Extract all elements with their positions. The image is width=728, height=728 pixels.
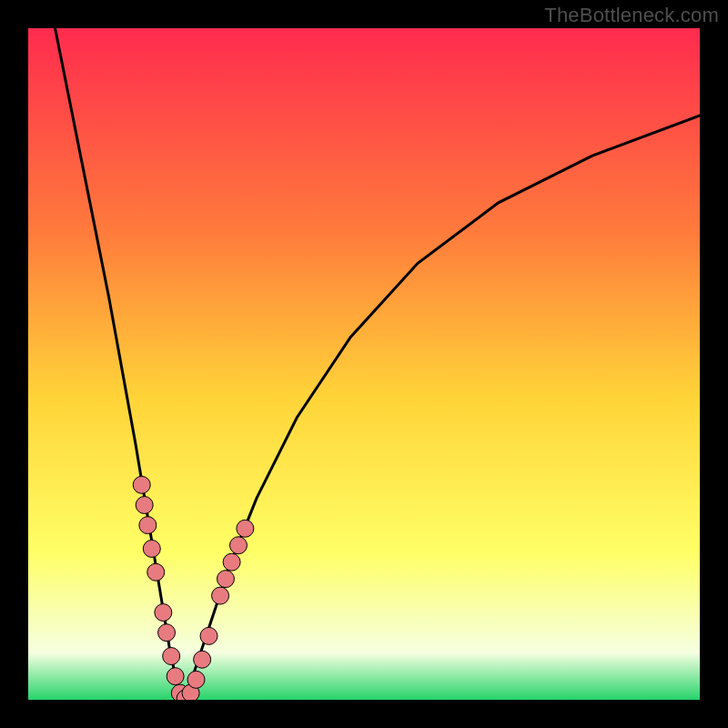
data-point-marker (158, 624, 176, 642)
data-point-marker (167, 668, 184, 685)
data-point-marker (217, 571, 234, 588)
gradient-background (28, 28, 700, 700)
data-point-marker (187, 671, 205, 688)
data-point-marker (229, 537, 247, 554)
data-point-marker (147, 563, 165, 581)
data-point-marker (139, 517, 157, 534)
data-point-marker (143, 540, 160, 557)
data-point-marker (163, 648, 180, 665)
data-point-marker (136, 496, 153, 513)
chart-stage: TheBottleneck.com (0, 0, 728, 728)
data-point-marker (237, 520, 254, 537)
data-point-marker (194, 651, 211, 668)
plot-area (28, 28, 700, 700)
data-point-marker (155, 604, 172, 622)
chart-svg (28, 28, 700, 700)
data-point-marker (212, 587, 229, 604)
data-point-marker (133, 476, 150, 493)
watermark-text: TheBottleneck.com (544, 4, 719, 27)
data-point-marker (200, 627, 217, 644)
data-point-marker (223, 553, 240, 571)
